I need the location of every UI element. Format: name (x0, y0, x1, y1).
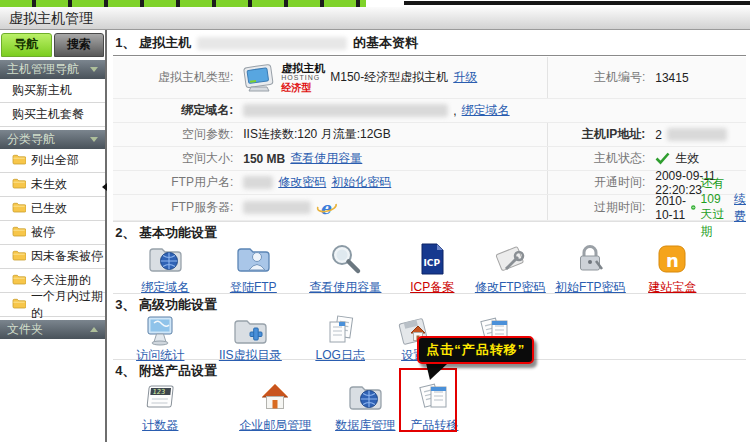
ftp-user-label: FTP用户名: (113, 174, 239, 191)
feature-label: 企业邮局管理 (239, 418, 311, 432)
sidebar-item[interactable]: 一个月内过期的 (0, 293, 105, 317)
sidebar-section-header[interactable]: 分类导航 (0, 130, 105, 149)
feature-section-title: 3、 高级功能设置 (113, 296, 746, 312)
lock-icon (547, 241, 633, 279)
init-password-link[interactable]: 初始化密码 (331, 174, 391, 191)
sidebar-item-label: 购买新主机 (12, 82, 72, 99)
redacted-ftp-user (243, 176, 273, 189)
green-arrow-icon (691, 201, 696, 214)
expire-time-label: 过期时间: (547, 195, 651, 220)
folder-globe-icon (122, 241, 208, 279)
sidebar-tabs: 导航搜索 (0, 30, 105, 57)
host-ip-prefix: 2 (655, 128, 662, 142)
sidebar-item[interactable]: 因未备案被停 (0, 245, 105, 269)
callout-bubble: 点击“产品转移” (417, 336, 534, 364)
feature-label: 登陆FTP (230, 280, 277, 294)
host-type-label: 虚拟主机类型: (113, 69, 239, 86)
ftp-server-label: FTP服务器: (113, 199, 239, 216)
change-password-link[interactable]: 修改密码 (278, 174, 326, 191)
domain-separator: , (453, 104, 456, 118)
sidebar-item-label: 今天注册的 (31, 272, 91, 289)
sidebar-item-label: 未生效 (31, 176, 67, 193)
host-ip-label: 主机IP地址: (547, 123, 651, 146)
expire-time-value: 2010-10-11 (655, 194, 686, 222)
feature-magnifier[interactable]: 查看使用容量 (302, 241, 388, 296)
table-row: 虚拟主机类型: 虚拟主机 HOST (113, 57, 746, 99)
bind-domain-link[interactable]: 绑定域名 (462, 102, 510, 119)
check-icon (655, 152, 670, 165)
nicebox-icon: n (629, 241, 715, 279)
host-id-label: 主机编号: (547, 57, 651, 98)
sidebar: 导航搜索 主机管理导航购买新主机购买主机套餐分类导航列出全部未生效已生效被停因未… (0, 30, 107, 442)
sidebar-item-label: 因未备案被停 (31, 248, 103, 265)
sidebar-item[interactable]: 列出全部 (0, 149, 105, 173)
folder-icon (12, 178, 26, 192)
sidebar-item-label: 一个月内过期的 (31, 288, 105, 322)
calculator-icon: 123 (117, 379, 203, 417)
redacted-domain-value (243, 104, 448, 117)
feature-icp-doc[interactable]: ICPICP备案 (389, 241, 475, 296)
feature-monitor[interactable]: 访问统计 (117, 313, 203, 364)
table-row: 绑定域名: , 绑定域名 (113, 99, 746, 123)
icp-doc-icon: ICP (389, 241, 475, 279)
view-usage-link[interactable]: 查看使用容量 (290, 150, 362, 167)
ie-browser-icon[interactable]: e (316, 198, 338, 218)
host-type-value: M150-经济型虚拟主机 (330, 69, 448, 86)
chevron-down-icon (90, 67, 98, 72)
svg-text:123: 123 (152, 388, 166, 397)
chevron-down-icon (90, 137, 98, 142)
feature-lock[interactable]: 初始FTP密码 (547, 241, 633, 296)
sidebar-item-label: 已生效 (31, 200, 67, 217)
sidebar-section-header[interactable]: 文件夹 (0, 320, 105, 339)
feature-nicebox[interactable]: n建站宝盒 (629, 241, 715, 296)
feature-card-wrench[interactable]: 修改FTP密码 (467, 241, 553, 296)
host-info-table: 虚拟主机类型: 虚拟主机 HOST (113, 57, 746, 221)
folder-icon (12, 250, 26, 264)
sidebar-item[interactable]: 被停 (0, 221, 105, 245)
folder-icon (12, 202, 26, 216)
folder-plus-icon (207, 313, 293, 347)
sidebar-item[interactable]: 购买新主机 (0, 79, 105, 103)
host-type-icon: 虚拟主机 HOSTING 经济型 (243, 63, 325, 93)
feature-folder-user[interactable]: 登陆FTP (210, 241, 296, 296)
page-title: 虚拟主机管理 (0, 7, 750, 30)
monitor-icon (117, 313, 203, 347)
sidebar-item[interactable]: 已生效 (0, 197, 105, 221)
sidebar-item-label: 被停 (31, 224, 55, 241)
svg-text:e: e (320, 198, 332, 218)
heading-suffix: 的基本资料 (353, 34, 418, 52)
feature-house[interactable]: 企业邮局管理 (232, 379, 318, 434)
upgrade-link[interactable]: 升级 (453, 69, 477, 86)
sidebar-section-header[interactable]: 主机管理导航 (0, 60, 105, 79)
bound-domain-label: 绑定域名: (113, 102, 239, 119)
green-tab-segments (0, 0, 366, 7)
feature-label: IIS虚拟目录 (219, 348, 282, 362)
redacted-ip-value (667, 128, 727, 141)
feature-label: 建站宝盒 (648, 280, 696, 294)
feature-folder-plus[interactable]: IIS虚拟目录 (207, 313, 293, 364)
sidebar-item-label: 购买主机套餐 (12, 106, 84, 123)
host-icon-caption: 虚拟主机 (281, 63, 325, 73)
sidebar-item[interactable]: 未生效 (0, 173, 105, 197)
feature-label: 修改FTP密码 (475, 280, 546, 294)
table-row: 空间大小: 150 MB 查看使用容量 主机状态: 生效 (113, 147, 746, 171)
renew-link[interactable]: 续费 (734, 191, 746, 225)
feature-pages-highlighted[interactable]: 产品转移 (391, 379, 477, 434)
house-icon (232, 379, 318, 417)
feature-calculator[interactable]: 123计数器 (117, 379, 203, 434)
feature-folder-globe[interactable]: 绑定域名 (122, 241, 208, 296)
sidebar-tab-nav[interactable]: 导航 (1, 33, 52, 57)
sidebar-tab-search[interactable]: 搜索 (54, 33, 105, 57)
folder-icon (12, 154, 26, 168)
sidebar-item[interactable]: 购买主机套餐 (0, 103, 105, 127)
redacted-ftp-server (243, 201, 311, 214)
sidebar-section-title: 文件夹 (7, 321, 43, 338)
sidebar-section-title: 主机管理导航 (7, 61, 79, 78)
folder-user-icon (210, 241, 296, 279)
open-time-label: 开通时间: (547, 171, 651, 194)
space-params-value: IIS连接数:120 月流量:12GB (239, 126, 547, 143)
svg-text:n: n (666, 250, 679, 271)
feature-label: 初始FTP密码 (555, 280, 626, 294)
card-wrench-icon (467, 241, 553, 279)
feature-label: ICP备案 (410, 280, 454, 294)
